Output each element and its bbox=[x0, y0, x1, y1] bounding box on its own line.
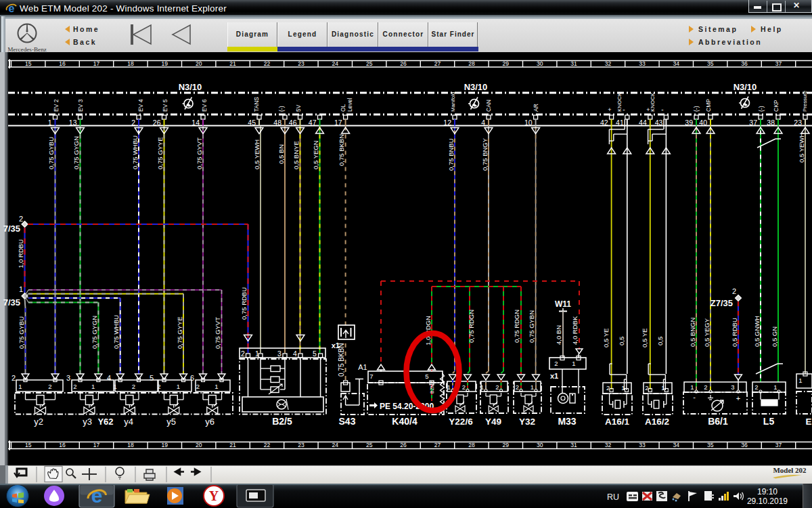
svg-text:20: 20 bbox=[196, 442, 202, 448]
svg-text:24: 24 bbox=[332, 60, 339, 67]
svg-text:y3: y3 bbox=[83, 417, 92, 427]
svg-text:EV 2: EV 2 bbox=[53, 99, 60, 112]
svg-text:0,5 YEGN: 0,5 YEGN bbox=[312, 140, 319, 169]
svg-text:BZM2: BZM2 bbox=[430, 381, 434, 394]
svg-text:0,75 BKBN: 0,75 BKBN bbox=[338, 134, 345, 166]
svg-text:29: 29 bbox=[503, 442, 510, 448]
svg-text:(-): (-) bbox=[758, 106, 765, 112]
svg-text:0,75 GYBN: 0,75 GYBN bbox=[528, 310, 535, 343]
svg-text:+: + bbox=[736, 394, 740, 402]
svg-text:0,5 BNGN: 0,5 BNGN bbox=[689, 318, 696, 347]
svg-text:31: 31 bbox=[570, 60, 577, 67]
svg-text:41: 41 bbox=[616, 119, 624, 127]
svg-text:Mercedes-Benz: Mercedes-Benz bbox=[7, 46, 47, 52]
svg-text:0,5 BN: 0,5 BN bbox=[277, 144, 285, 164]
svg-text:5: 5 bbox=[313, 350, 317, 358]
svg-text:17: 17 bbox=[334, 119, 342, 127]
svg-text:2: 2 bbox=[606, 384, 610, 391]
svg-text:Model 202: Model 202 bbox=[773, 466, 807, 474]
svg-text:2: 2 bbox=[241, 350, 245, 358]
svg-text:24: 24 bbox=[332, 442, 339, 448]
svg-text:Y49: Y49 bbox=[485, 417, 501, 427]
svg-text:23: 23 bbox=[298, 442, 304, 448]
svg-text:Level: Level bbox=[346, 98, 353, 112]
svg-text:4: 4 bbox=[293, 350, 297, 358]
svg-text:0,5 YEWH: 0,5 YEWH bbox=[798, 133, 805, 163]
svg-text:y2: y2 bbox=[34, 417, 43, 427]
svg-text:34: 34 bbox=[673, 442, 680, 448]
svg-text:Y32: Y32 bbox=[519, 417, 535, 427]
svg-text:A16/2: A16/2 bbox=[645, 417, 669, 427]
svg-text:0,75 GYGN: 0,75 GYGN bbox=[72, 136, 80, 169]
svg-text:2: 2 bbox=[19, 215, 23, 223]
svg-text:0,75 GYGN: 0,75 GYGN bbox=[91, 316, 98, 349]
svg-text:25: 25 bbox=[366, 60, 373, 67]
svg-text:34: 34 bbox=[673, 60, 680, 67]
svg-text:28: 28 bbox=[468, 442, 475, 448]
svg-text:40: 40 bbox=[699, 119, 707, 127]
svg-text:2: 2 bbox=[462, 383, 466, 391]
svg-text:1: 1 bbox=[798, 377, 802, 384]
svg-text:18: 18 bbox=[127, 60, 134, 67]
svg-text:28: 28 bbox=[468, 60, 475, 67]
svg-text:0,75 WHBU: 0,75 WHBU bbox=[131, 135, 139, 169]
svg-text:3: 3 bbox=[277, 350, 281, 358]
svg-text:1: 1 bbox=[531, 383, 534, 391]
svg-text:2: 2 bbox=[157, 383, 160, 390]
svg-text:30: 30 bbox=[537, 442, 543, 448]
svg-text:33: 33 bbox=[639, 442, 646, 448]
svg-text:35: 35 bbox=[707, 60, 714, 67]
svg-text:32: 32 bbox=[605, 60, 612, 67]
svg-text:16: 16 bbox=[59, 442, 66, 448]
svg-text:22: 22 bbox=[264, 442, 271, 448]
svg-text:EV 4: EV 4 bbox=[137, 99, 144, 112]
svg-text:21: 21 bbox=[229, 60, 236, 67]
svg-text:2: 2 bbox=[704, 383, 707, 391]
svg-text:4,0 RDBK: 4,0 RDBK bbox=[571, 316, 579, 345]
svg-text:4: 4 bbox=[107, 374, 111, 382]
svg-text:6: 6 bbox=[190, 374, 194, 382]
svg-text:30: 30 bbox=[537, 60, 543, 67]
svg-text:M33: M33 bbox=[558, 416, 576, 427]
svg-text:0,5 GNWH: 0,5 GNWH bbox=[753, 316, 761, 347]
svg-text:Y: Y bbox=[209, 488, 219, 503]
svg-text:32: 32 bbox=[605, 442, 612, 448]
svg-text:N3/10: N3/10 bbox=[179, 82, 202, 92]
svg-text:0,75 GYVT: 0,75 GYVT bbox=[196, 137, 203, 169]
svg-text:48: 48 bbox=[273, 119, 281, 127]
svg-text:3: 3 bbox=[66, 374, 70, 382]
svg-text:2: 2 bbox=[131, 119, 135, 127]
svg-text:W11: W11 bbox=[555, 299, 571, 309]
svg-text:23: 23 bbox=[794, 119, 802, 127]
svg-text:y5: y5 bbox=[166, 417, 176, 427]
svg-text:3: 3 bbox=[731, 383, 734, 391]
svg-text:0,75 GYVT: 0,75 GYVT bbox=[214, 317, 221, 349]
svg-text:B6/1: B6/1 bbox=[708, 416, 728, 427]
svg-text:L5: L5 bbox=[763, 416, 775, 427]
svg-text:0,75 GYBU: 0,75 GYBU bbox=[18, 316, 25, 349]
svg-text:N3/10: N3/10 bbox=[734, 82, 757, 92]
svg-text:KNOCK: KNOCK bbox=[616, 92, 623, 112]
svg-text:1: 1 bbox=[91, 383, 95, 390]
svg-text:0,75 BNBU: 0,75 BNBU bbox=[447, 138, 455, 171]
svg-text:2: 2 bbox=[754, 383, 758, 391]
svg-text:-: - bbox=[661, 106, 663, 113]
svg-text:37: 37 bbox=[749, 119, 757, 127]
svg-text:Y22/6: Y22/6 bbox=[449, 417, 473, 427]
svg-text:0,75 WHBU: 0,75 WHBU bbox=[112, 315, 120, 349]
svg-text:Manifold: Manifold bbox=[450, 92, 456, 112]
svg-text:1,0 RDBU: 1,0 RDBU bbox=[17, 239, 24, 268]
svg-text:20: 20 bbox=[196, 60, 202, 67]
svg-text:43: 43 bbox=[655, 119, 663, 127]
svg-text:17: 17 bbox=[93, 60, 100, 67]
svg-text:0,5 YE: 0,5 YE bbox=[641, 329, 648, 347]
svg-text:2: 2 bbox=[516, 383, 519, 391]
svg-text:26: 26 bbox=[153, 119, 161, 127]
svg-text:1: 1 bbox=[48, 119, 52, 127]
svg-text:2: 2 bbox=[12, 374, 16, 382]
svg-text:15: 15 bbox=[25, 442, 32, 448]
svg-text:+: + bbox=[608, 106, 611, 113]
svg-text:-: - bbox=[693, 393, 696, 401]
svg-text:2: 2 bbox=[732, 287, 736, 295]
svg-text:S43: S43 bbox=[339, 416, 356, 427]
